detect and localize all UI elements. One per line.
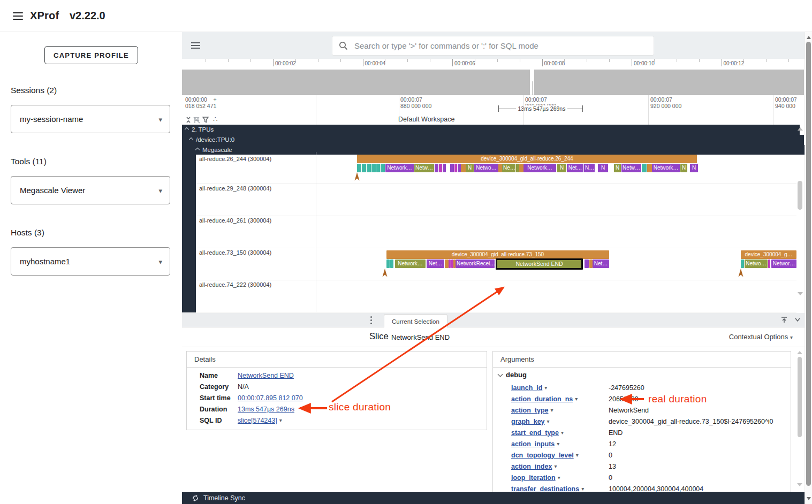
timeline-slice[interactable] — [741, 259, 744, 268]
timeline-slice[interactable]: N — [680, 164, 687, 172]
trace-overview-minimap[interactable] — [182, 70, 804, 95]
timeline-slice[interactable]: N — [557, 164, 566, 172]
selected-slice[interactable]: NetworkSend END — [496, 258, 583, 270]
workspace-name[interactable]: Default Workspace — [398, 116, 454, 123]
timeline-slice[interactable]: Network… — [523, 164, 556, 172]
argument-key-link[interactable]: graph_key — [511, 418, 545, 425]
timeline-slice[interactable]: Net… — [427, 259, 444, 268]
unfold-less-icon[interactable] — [185, 117, 192, 123]
argument-key-link[interactable]: dcn_topology_level — [511, 452, 574, 459]
timeline-slice[interactable]: N… — [584, 164, 595, 172]
chevron-down-icon[interactable]: ▾ — [547, 418, 550, 424]
timeline-slice[interactable] — [445, 259, 449, 268]
timeline-sync-footer[interactable]: Timeline Sync — [182, 492, 805, 504]
scroll-down-icon[interactable] — [798, 292, 803, 295]
chevron-down-icon[interactable]: ▾ — [279, 417, 282, 423]
timeline-slice[interactable]: Netwo… — [474, 164, 498, 172]
timeline-slice[interactable] — [357, 164, 361, 172]
timeline-slice[interactable] — [371, 164, 376, 172]
scrollbar-thumb[interactable] — [798, 181, 802, 210]
timeline-slice[interactable]: N — [614, 164, 621, 172]
scroll-up-icon[interactable] — [798, 127, 803, 131]
timeline-slice[interactable]: Netwo… — [745, 259, 768, 268]
argument-key-link[interactable]: launch_id — [511, 384, 542, 392]
timeline-slice[interactable] — [498, 164, 502, 172]
argument-key-link[interactable]: transfer_destinations — [511, 485, 579, 493]
timeline-slice[interactable] — [519, 164, 523, 172]
chevron-down-icon[interactable]: ▾ — [576, 452, 579, 458]
chevron-down-icon[interactable]: ▾ — [581, 486, 584, 492]
chevron-down-icon[interactable]: ▾ — [544, 385, 547, 391]
menu-icon[interactable] — [13, 12, 23, 20]
flag-disabled-icon[interactable] — [193, 117, 200, 124]
viewport-window[interactable] — [530, 70, 534, 95]
timeline-slice-parent[interactable]: device_300004_gid_all-reduce.73_150 — [386, 250, 609, 259]
timeline-slice[interactable]: Ne… — [502, 164, 515, 172]
timeline-slice[interactable] — [461, 164, 466, 172]
timeline-slice[interactable] — [381, 164, 385, 172]
timeline-slice[interactable] — [386, 259, 390, 268]
flow-marker-icon[interactable] — [354, 172, 360, 181]
chevron-down-icon[interactable]: ▾ — [561, 430, 564, 436]
timeline-slice[interactable]: N — [466, 164, 474, 172]
timeline-slice[interactable]: Network… — [395, 259, 426, 268]
argument-key-link[interactable]: action_type — [511, 407, 548, 414]
detail-value-link[interactable]: slice[574243] — [238, 417, 277, 424]
argument-key-link[interactable]: loop_iteration — [511, 474, 556, 482]
panel-scrollbar[interactable] — [796, 349, 803, 491]
flow-marker-icon[interactable] — [382, 269, 388, 278]
host-select[interactable]: myhostname1 ▾ — [11, 247, 170, 276]
scroll-up-icon[interactable] — [807, 36, 811, 39]
timeline-slice[interactable]: Net… — [593, 259, 609, 268]
track-group-header[interactable]: /device:TPU:0 — [182, 135, 804, 145]
detail-value-link[interactable]: NetworkSend END — [238, 372, 294, 379]
timeline-slice[interactable]: N — [598, 164, 608, 172]
scrollbar-thumb[interactable] — [806, 42, 811, 486]
timeline-slice[interactable]: Network… — [652, 164, 680, 172]
chevron-down-icon[interactable]: ▾ — [550, 407, 553, 413]
flow-marker-icon[interactable] — [738, 269, 743, 278]
track-group-header[interactable]: 2. TPUs — [182, 125, 800, 135]
search-input[interactable] — [353, 41, 654, 51]
timeline-slice[interactable] — [585, 259, 589, 268]
scroll-down-icon[interactable] — [797, 483, 802, 486]
debug-group-header[interactable]: debug — [498, 371, 527, 379]
timeline-slice[interactable]: Netw… — [414, 164, 434, 172]
timeline-slice[interactable] — [435, 164, 438, 172]
timeline-slice[interactable]: Network… — [385, 164, 414, 172]
timeline-slice[interactable] — [642, 164, 647, 172]
timeline-slice[interactable] — [449, 259, 451, 268]
timeline-slice[interactable] — [454, 164, 457, 172]
timeline-slice-parent[interactable]: device_300004_gid_all-reduce.26_244 — [357, 155, 697, 163]
timeline-slice[interactable] — [376, 164, 380, 172]
chevron-down-icon[interactable]: ▾ — [557, 441, 559, 447]
filter-icon[interactable] — [202, 117, 209, 123]
capture-profile-button[interactable]: CAPTURE PROFILE — [44, 46, 138, 64]
timeline-slice[interactable]: NetworkRecei… — [456, 259, 495, 268]
detail-value-link[interactable]: 13ms 547µs 269ns — [238, 406, 294, 413]
contextual-options-button[interactable]: Contextual Options ▾ — [729, 333, 793, 341]
scrollbar-thumb[interactable] — [798, 357, 802, 437]
session-select[interactable]: my-session-name ▾ — [11, 105, 170, 133]
omnibox[interactable] — [332, 36, 654, 56]
timeline-slice[interactable]: Networ… — [771, 259, 796, 268]
timeline-slice-parent[interactable]: device_300004_g… — [741, 250, 796, 259]
chevron-down-icon[interactable]: ▾ — [575, 396, 578, 402]
timeline-slice[interactable] — [443, 164, 446, 172]
chevron-down-icon[interactable]: ▾ — [554, 463, 557, 469]
timeline-slice[interactable] — [362, 164, 366, 172]
argument-key-link[interactable]: action_inputs — [511, 440, 555, 448]
collapse-panel-icon[interactable] — [794, 317, 801, 323]
page-scrollbar[interactable] — [805, 32, 812, 504]
argument-key-link[interactable]: action_duration_ns — [511, 395, 573, 403]
timeline-slice[interactable]: Net… — [567, 164, 583, 172]
timeline-slice[interactable]: N — [690, 164, 698, 172]
timeline-slice[interactable] — [450, 164, 454, 172]
timeline-slice[interactable] — [439, 164, 442, 172]
timeline-slice[interactable]: Netw… — [621, 164, 641, 172]
timeline-slice[interactable] — [367, 164, 371, 172]
timeline-slice[interactable] — [768, 259, 770, 268]
trace-menu-icon[interactable] — [191, 42, 200, 49]
argument-key-link[interactable]: action_index — [511, 463, 552, 470]
expand-panel-up-icon[interactable] — [780, 316, 788, 324]
